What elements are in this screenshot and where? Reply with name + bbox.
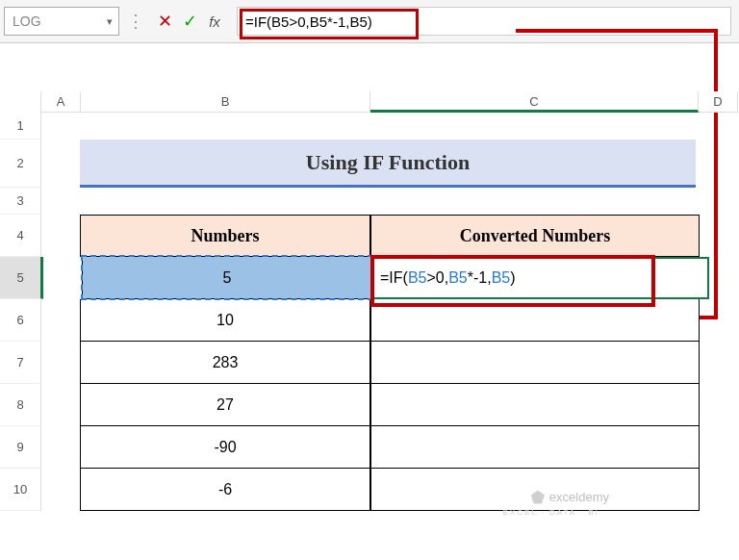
cell-b8[interactable]: 27	[80, 384, 370, 426]
cell-a4[interactable]	[41, 215, 80, 257]
watermark-logo-icon	[531, 491, 545, 504]
formula-text: =IF(B5>0,B5*-1,B5)	[245, 13, 372, 30]
cell-a6[interactable]	[41, 299, 80, 342]
header-converted[interactable]: Converted Numbers	[370, 215, 700, 257]
accept-icon[interactable]: ✓	[180, 11, 199, 32]
row-header-10[interactable]: 10	[0, 469, 41, 511]
row-header-3[interactable]: 3	[0, 188, 41, 215]
cell-b7[interactable]: 283	[80, 342, 370, 384]
watermark-text: exceldemy	[549, 490, 609, 504]
divider-icon: ⋮	[127, 11, 144, 32]
header-numbers[interactable]: Numbers	[80, 215, 370, 257]
cell-formula-text: =IF(B5>0,B5*-1,B5)	[380, 269, 516, 287]
row-header-1[interactable]: 1	[0, 113, 41, 140]
cell-a8[interactable]	[41, 384, 80, 426]
row-header-7[interactable]: 7	[0, 342, 41, 384]
cancel-icon[interactable]: ✕	[155, 11, 174, 32]
spreadsheet-grid: A B C D 1 2 Using IF Function 3 4 Number…	[0, 91, 739, 511]
cell-a7[interactable]	[41, 342, 80, 384]
fx-icon[interactable]: fx	[205, 13, 224, 30]
row-header-9[interactable]: 9	[0, 426, 41, 469]
cell-b10[interactable]: -6	[80, 469, 370, 511]
name-box-dropdown-icon[interactable]: ▾	[107, 15, 113, 28]
row-header-8[interactable]: 8	[0, 384, 41, 426]
cell-b9[interactable]: -90	[80, 426, 370, 469]
column-header-b[interactable]: B	[81, 91, 370, 113]
row-header-6[interactable]: 6	[0, 299, 41, 342]
select-all-corner[interactable]	[0, 91, 41, 113]
cell-a10[interactable]	[41, 469, 80, 511]
title-cell[interactable]: Using IF Function	[80, 140, 696, 188]
cell-c5-active[interactable]: =IF(B5>0,B5*-1,B5)	[372, 257, 709, 299]
cell-a2[interactable]	[41, 140, 80, 188]
cell-b6[interactable]: 10	[80, 299, 370, 342]
row-header-5[interactable]: 5	[0, 257, 43, 299]
row-header-4[interactable]: 4	[0, 215, 41, 257]
column-headers: A B C D	[0, 91, 739, 113]
cell-c9[interactable]	[370, 426, 700, 469]
annotation-arrow-top	[516, 29, 718, 33]
cell-a3[interactable]	[41, 188, 80, 215]
cell-c7[interactable]	[370, 342, 700, 384]
name-box-value: LOG	[13, 13, 41, 29]
watermark-tagline: EXCEL · DATA · BI	[502, 508, 599, 517]
column-header-a[interactable]: A	[41, 91, 81, 113]
column-header-d[interactable]: D	[699, 91, 738, 113]
cell-a9[interactable]	[41, 426, 80, 469]
column-header-c[interactable]: C	[370, 91, 699, 113]
formula-bar: LOG ▾ ⋮ ✕ ✓ fx =IF(B5>0,B5*-1,B5)	[0, 0, 739, 43]
cell-b5[interactable]: 5	[82, 257, 372, 299]
cell-c6[interactable]	[370, 299, 700, 342]
cell-a5[interactable]	[43, 257, 82, 299]
cell-a1[interactable]	[41, 113, 80, 140]
cell-c8[interactable]	[370, 384, 700, 426]
row-header-2[interactable]: 2	[0, 140, 41, 188]
name-box[interactable]: LOG ▾	[4, 7, 119, 36]
watermark: exceldemy	[531, 490, 609, 504]
